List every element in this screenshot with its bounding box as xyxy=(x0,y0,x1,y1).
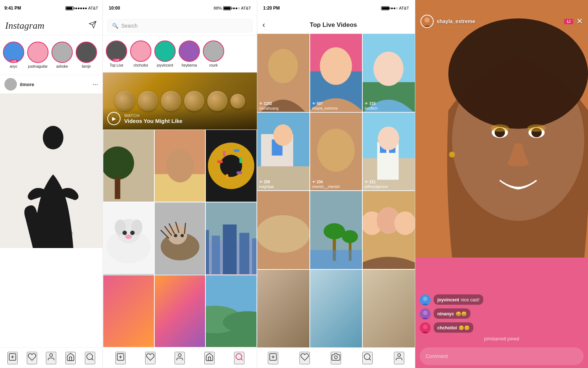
close-live-btn[interactable]: ✕ xyxy=(576,17,583,26)
svg-point-32 xyxy=(130,231,135,235)
live-comment-joyvincent: joyvincent nice cast! xyxy=(420,294,584,305)
live-cell-shayla[interactable]: 👁 507 shayla_extreme xyxy=(310,34,362,112)
cell-img-4 xyxy=(103,202,154,274)
story-item-justina[interactable]: justinaguilar xyxy=(27,42,49,68)
explore-btn-3[interactable] xyxy=(362,352,373,364)
live-cell-11[interactable] xyxy=(310,270,362,348)
comment-avatar-ninanyc xyxy=(420,308,431,319)
svg-point-9 xyxy=(87,354,93,360)
watch-banner[interactable]: ▶ WATCH Videos You Might Like xyxy=(103,72,257,130)
play-button[interactable]: ▶ xyxy=(107,112,121,125)
more-options-icon[interactable]: ··· xyxy=(93,81,98,88)
home-btn-2[interactable] xyxy=(204,352,215,364)
cell-img-6 xyxy=(206,202,257,274)
explore-grid-rows xyxy=(103,130,257,347)
phone4-live-stream: shayla_extreme LI ✕ joyvincent xyxy=(415,0,588,368)
comment-avatar-joyvincent xyxy=(420,294,431,305)
viewer-count-2: 507 xyxy=(317,102,323,106)
svg-rect-48 xyxy=(223,224,237,274)
explore-cell-8[interactable] xyxy=(154,275,206,347)
story-heyberna[interactable]: heyberna xyxy=(179,40,200,67)
profile-btn-1[interactable] xyxy=(46,352,56,364)
explore-cell-5[interactable] xyxy=(154,202,206,275)
live-cell-monahuang[interactable]: 👁 1102 monahuang xyxy=(257,34,309,112)
live-label-toplive: LIVE xyxy=(112,59,121,62)
svg-point-100 xyxy=(334,356,337,359)
back-button[interactable]: ‹ xyxy=(262,20,265,30)
story-label-ashoke: ashoke xyxy=(56,64,68,68)
live-cell-9[interactable] xyxy=(363,191,415,269)
story-toplive[interactable]: LIVE Top Live xyxy=(106,40,127,67)
live-cell-benfitch[interactable]: 👁 315 benfitch xyxy=(363,34,415,112)
explore-cell-7[interactable] xyxy=(103,275,154,347)
story-item-benji[interactable]: benjir xyxy=(76,42,97,68)
heart-btn-1[interactable] xyxy=(27,352,37,364)
explore-cell-2[interactable] xyxy=(154,130,206,202)
add-post-btn-1[interactable] xyxy=(7,352,18,364)
eye-icon-2: 👁 xyxy=(312,102,316,106)
add-post-btn-3[interactable] xyxy=(268,352,278,364)
svg-rect-24 xyxy=(226,174,229,180)
story-item-anyc[interactable]: LIVE anyc xyxy=(3,42,24,68)
live-cell-7[interactable] xyxy=(257,191,309,269)
heart-btn-2[interactable] xyxy=(145,352,155,364)
comment-avatar-svg-3 xyxy=(420,322,431,333)
profile-btn-2[interactable] xyxy=(175,352,185,364)
explore-cell-9[interactable] xyxy=(205,275,257,347)
live-cell-10[interactable] xyxy=(257,270,309,348)
story-chchoitoi[interactable]: chchoitoi xyxy=(130,40,151,67)
instagram-logo: Instagram xyxy=(5,20,44,31)
viewer-count-5: 234 xyxy=(317,180,323,184)
live-cell-12[interactable] xyxy=(363,270,415,348)
viewer-count-3: 315 xyxy=(369,102,376,106)
live-user-info: shayla_extreme xyxy=(420,15,475,28)
live-cell-knightjaa[interactable]: 👁 259 knightjaa xyxy=(257,113,309,191)
svg-point-76 xyxy=(317,128,355,171)
header-icons xyxy=(88,20,97,32)
search-btn-1[interactable] xyxy=(85,352,95,364)
eye-icon-4: 👁 xyxy=(259,180,263,184)
live-cell-jeffreydgerson[interactable]: 👁 211 jeffreydgerson xyxy=(363,113,415,191)
comment-input-area[interactable]: Comment xyxy=(420,347,584,365)
add-post-btn-2[interactable] xyxy=(115,352,126,364)
explore-cell-3[interactable] xyxy=(205,130,257,202)
send-icon[interactable] xyxy=(88,20,97,32)
camera-btn-3[interactable] xyxy=(331,352,341,364)
story-label-heyberna: heyberna xyxy=(182,63,197,67)
story-joyvincent[interactable]: joyvincent xyxy=(154,40,176,67)
person-silhouette-svg xyxy=(0,93,103,248)
carrier-3: ●●○ AT&T xyxy=(391,6,409,10)
heart-btn-3[interactable] xyxy=(300,352,310,364)
profile-btn-3[interactable] xyxy=(394,352,404,364)
live-cell-8[interactable] xyxy=(310,191,362,269)
story-item-ashoke[interactable]: ashoke xyxy=(51,42,73,68)
explore-grid-row-3 xyxy=(103,275,257,347)
search-placeholder: Search xyxy=(121,23,137,29)
home-btn-1[interactable] xyxy=(65,352,76,364)
search-bar[interactable]: 🔍 Search xyxy=(107,19,252,32)
svg-point-91 xyxy=(342,230,358,243)
cell-img-9 xyxy=(206,275,257,347)
story-rourk[interactable]: rourk xyxy=(203,40,224,67)
search-btn-2[interactable] xyxy=(234,352,244,364)
explore-cell-1[interactable] xyxy=(103,130,154,202)
status-icons-2: 88% ●●○ AT&T xyxy=(214,6,251,10)
explore-cell-4[interactable] xyxy=(103,202,154,275)
live-username-1: monahuang xyxy=(259,106,308,110)
live-cell-cherish[interactable]: 👁 234 cherish__cherish xyxy=(310,113,362,191)
phone3-header: ‹ Top Live Videos xyxy=(257,16,415,34)
live-cell-info-6: 👁 211 jeffreydgerson xyxy=(363,178,415,190)
live-cell-info-4: 👁 259 knightjaa xyxy=(257,178,309,190)
svg-point-85 xyxy=(257,215,309,253)
explore-cell-6[interactable] xyxy=(205,202,257,275)
status-icons-3: ●●○ AT&T xyxy=(381,6,409,10)
svg-point-60 xyxy=(236,354,242,360)
live-username-6: jeffreydgerson xyxy=(365,185,413,189)
svg-rect-21 xyxy=(234,149,240,152)
phone3-live-videos: 1:20 PM ●●○ AT&T ‹ Top Live Videos 👁 1 xyxy=(257,0,415,368)
battery-icon-3 xyxy=(381,6,389,10)
svg-rect-49 xyxy=(240,233,250,275)
story-label-benji: benjir xyxy=(82,64,91,68)
stories-bar-1: LIVE anyc justinaguilar ashoke benjir xyxy=(0,35,103,75)
live-cell-info-1: 👁 1102 monahuang xyxy=(257,100,309,112)
